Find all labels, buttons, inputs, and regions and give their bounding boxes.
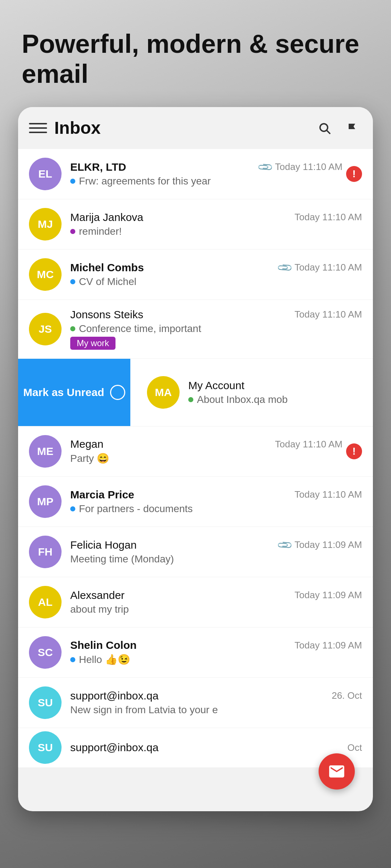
email-time: Today 11:10 AM <box>275 161 342 173</box>
avatar: ME <box>29 435 62 468</box>
avatar: SC <box>29 636 62 669</box>
sender-name: Alexsander <box>70 589 125 601</box>
email-preview: about my trip <box>70 604 129 615</box>
attach-icon: 📎 <box>276 259 293 276</box>
email-time: 26. Oct <box>332 690 362 701</box>
email-time: Today 11:09 AM <box>295 640 362 651</box>
swipe-action-label: Mark as Unread <box>23 386 104 399</box>
email-time: Oct <box>348 742 362 753</box>
list-item[interactable]: EL ELKR, LTD 📎Today 11:10 AM Frw: agreem… <box>18 149 373 199</box>
email-meta: Today 11:09 AM <box>295 590 362 601</box>
list-footer <box>18 768 373 811</box>
attach-icon: 📎 <box>256 158 274 176</box>
avatar: SU <box>29 731 62 764</box>
avatar: MJ <box>29 208 62 241</box>
inbox-title: Inbox <box>54 118 307 138</box>
list-item[interactable]: MC Michel Combs 📎Today 11:10 AM CV of Mi… <box>18 250 373 300</box>
dot-indicator <box>70 229 75 234</box>
list-item[interactable]: JS Jonsons Steiks Today 11:10 AM Confere… <box>18 300 373 359</box>
sender-name: support@inbox.qa <box>70 690 159 702</box>
dot-indicator <box>70 506 75 511</box>
avatar: SU <box>29 686 62 719</box>
email-time: Today 11:09 AM <box>295 539 362 550</box>
sender-name: Megan <box>70 438 104 450</box>
list-item[interactable]: ME Megan Today 11:10 AM Party 😄 ! <box>18 426 373 477</box>
sender-name: My Account <box>188 379 244 392</box>
email-meta: Today 11:09 AM <box>295 640 362 651</box>
email-meta: 📎Today 11:10 AM <box>278 261 362 273</box>
email-preview: New sign in from Latvia to your e <box>70 704 218 716</box>
list-item[interactable]: MP Marcia Price Today 11:10 AM For partn… <box>18 477 373 527</box>
email-list: EL ELKR, LTD 📎Today 11:10 AM Frw: agreem… <box>18 149 373 768</box>
alert-icon: ! <box>346 166 362 182</box>
svg-line-1 <box>327 130 330 133</box>
list-item[interactable]: SU support@inbox.qa 26. Oct New sign in … <box>18 678 373 728</box>
avatar: MP <box>29 485 62 518</box>
avatar: MA <box>147 376 180 409</box>
sender-name: Jonsons Steiks <box>70 309 143 321</box>
email-preview: About Inbox.qa mob <box>197 394 288 405</box>
email-time: Today 11:10 AM <box>295 262 362 273</box>
list-item[interactable]: SC Shelin Colon Today 11:09 AM Hello 👍😉 <box>18 627 373 678</box>
list-item[interactable]: Mark as Unread MA My Account About Inbox… <box>18 359 373 426</box>
flag-button[interactable] <box>342 118 362 138</box>
inbox-header: Inbox <box>18 107 373 149</box>
sender-name: support@inbox.qa <box>70 741 159 754</box>
search-button[interactable] <box>314 118 335 138</box>
email-preview: reminder! <box>79 226 122 237</box>
email-meta: Today 11:10 AM <box>295 489 362 500</box>
email-preview: Conference time, important <box>79 323 201 335</box>
email-meta: Oct <box>348 742 362 753</box>
list-item[interactable]: MJ Marija Jankova Today 11:10 AM reminde… <box>18 199 373 250</box>
list-item[interactable]: FH Felicia Hogan 📎Today 11:09 AM Meeting… <box>18 527 373 577</box>
email-meta: 26. Oct <box>332 690 362 701</box>
dot-indicator <box>70 179 75 184</box>
email-time: Today 11:10 AM <box>295 489 362 500</box>
avatar: MC <box>29 258 62 291</box>
list-item[interactable]: SU support@inbox.qa Oct <box>18 728 373 768</box>
hero-title: Powerful, modern & secure email <box>0 0 391 107</box>
email-preview: Frw: agreements for this year <box>79 175 211 187</box>
email-meta: Today 11:10 AM <box>295 212 362 223</box>
dot-indicator <box>70 279 75 284</box>
email-preview: Hello 👍😉 <box>79 654 130 665</box>
avatar: FH <box>29 536 62 568</box>
label-tag: My work <box>70 337 115 350</box>
avatar: EL <box>29 158 62 190</box>
hamburger-menu[interactable] <box>29 119 47 137</box>
dot-indicator <box>188 397 193 402</box>
list-item[interactable]: AL Alexsander Today 11:09 AM about my tr… <box>18 577 373 627</box>
app-card: Inbox EL ELKR, LTD 📎Today 11:10 AM Frw: … <box>18 107 373 811</box>
email-preview: Party 😄 <box>70 452 109 464</box>
email-preview: For partners - documents <box>79 503 193 515</box>
email-meta: Today 11:10 AM <box>275 439 342 450</box>
alert-icon: ! <box>346 443 362 459</box>
sender-name: ELKR, LTD <box>70 161 126 173</box>
email-meta: 📎Today 11:09 AM <box>278 539 362 551</box>
email-meta: Today 11:10 AM <box>295 309 362 320</box>
avatar: JS <box>29 313 62 345</box>
attach-icon: 📎 <box>276 536 293 554</box>
sender-name: Marcia Price <box>70 489 134 501</box>
sender-name: Michel Combs <box>70 261 144 274</box>
avatar: AL <box>29 586 62 618</box>
email-time: Today 11:10 AM <box>295 309 362 320</box>
email-preview: Meeting time (Monday) <box>70 553 174 565</box>
email-preview: CV of Michel <box>79 276 136 288</box>
dot-indicator <box>70 657 75 662</box>
email-time: Today 11:10 AM <box>295 212 362 223</box>
email-time: Today 11:09 AM <box>295 590 362 601</box>
sender-name: Marija Jankova <box>70 211 143 224</box>
email-time: Today 11:10 AM <box>275 439 342 450</box>
email-meta: 📎Today 11:10 AM <box>259 161 342 173</box>
swipe-circle <box>110 385 125 400</box>
sender-name: Felicia Hogan <box>70 539 136 551</box>
compose-button[interactable] <box>319 753 355 790</box>
sender-name: Shelin Colon <box>70 639 136 651</box>
dot-indicator <box>70 326 75 331</box>
